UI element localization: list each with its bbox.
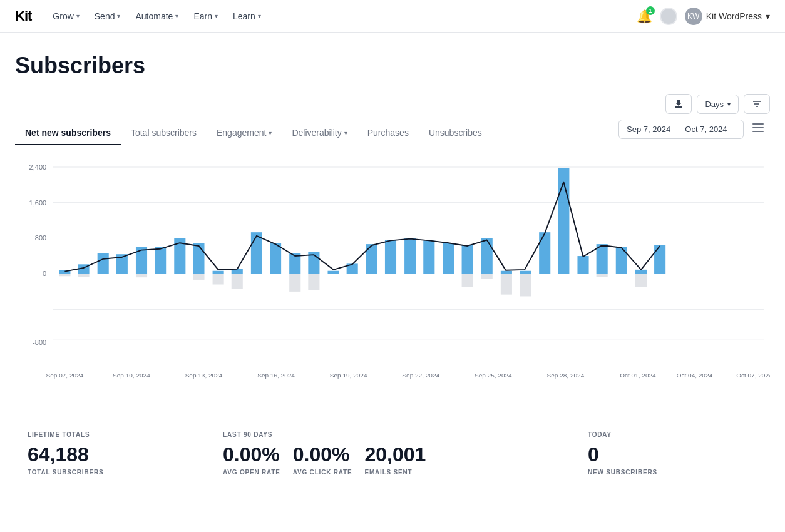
today-label: TODAY <box>588 431 757 438</box>
chevron-down-icon: ▾ <box>269 130 272 136</box>
svg-text:Sep 16, 2024: Sep 16, 2024 <box>257 372 295 379</box>
chevron-down-icon: ▾ <box>215 13 218 19</box>
date-range-picker[interactable]: Sep 7, 2024 – Oct 7, 2024 <box>618 120 744 139</box>
svg-rect-46 <box>423 240 434 274</box>
filter-button[interactable] <box>744 94 770 114</box>
svg-rect-0 <box>675 106 682 108</box>
chevron-down-icon: ▾ <box>258 13 261 19</box>
svg-rect-5 <box>752 127 764 128</box>
svg-rect-58 <box>577 256 588 274</box>
svg-text:800: 800 <box>35 235 46 242</box>
chevron-down-icon: ▾ <box>175 13 178 19</box>
status-circle <box>660 8 677 25</box>
avg-click-rate-sub: AVG CLICK RATE <box>293 469 352 476</box>
svg-text:0: 0 <box>43 270 46 278</box>
user-menu[interactable]: KW Kit WordPress ▾ <box>685 8 770 25</box>
svg-text:1,600: 1,600 <box>29 199 47 207</box>
svg-rect-4 <box>752 123 764 125</box>
svg-rect-63 <box>635 274 647 287</box>
subscribers-chart: 2,400 1,600 800 0 -800 <box>15 155 770 406</box>
stat-lifetime-totals: LIFETIME TOTALS 64,188 TOTAL SUBSCRIBERS <box>15 416 210 491</box>
nav-send[interactable]: Send ▾ <box>88 8 127 25</box>
stat-open-rate: 0.00% AVG OPEN RATE <box>223 443 280 476</box>
svg-text:Oct 07, 2024: Oct 07, 2024 <box>736 372 770 379</box>
svg-rect-6 <box>752 131 764 132</box>
svg-text:2,400: 2,400 <box>29 163 47 171</box>
svg-rect-30 <box>193 274 204 279</box>
svg-rect-54 <box>520 271 531 274</box>
svg-rect-60 <box>597 274 608 277</box>
tab-purchases[interactable]: Purchases <box>357 121 419 145</box>
svg-rect-35 <box>251 232 262 274</box>
last-90-days-label: LAST 90 DAYS <box>223 431 562 438</box>
svg-text:Sep 25, 2024: Sep 25, 2024 <box>475 372 512 379</box>
today-new-value: 0 <box>588 443 757 466</box>
tab-unsubscribes[interactable]: Unsubscribes <box>419 121 492 145</box>
user-name: Kit WordPress <box>706 11 762 21</box>
nav-automate[interactable]: Automate ▾ <box>129 8 185 25</box>
nav-learn[interactable]: Learn ▾ <box>227 8 267 25</box>
page-title: Subscribers <box>15 53 770 79</box>
svg-rect-62 <box>635 270 647 274</box>
date-start: Sep 7, 2024 <box>627 125 670 134</box>
svg-rect-34 <box>232 274 243 289</box>
svg-rect-50 <box>481 238 493 274</box>
tab-net-new-subscribers[interactable]: Net new subscribers <box>15 121 121 145</box>
nav-items: Grow ▾ Send ▾ Automate ▾ Earn ▾ Learn ▾ <box>46 8 631 25</box>
svg-text:-800: -800 <box>33 339 46 346</box>
avg-open-rate-sub: AVG OPEN RATE <box>223 469 280 476</box>
emails-sent-sub: EMAILS SENT <box>364 469 426 476</box>
avatar: KW <box>685 8 702 25</box>
download-button[interactable] <box>665 94 692 114</box>
chevron-down-icon: ▾ <box>727 101 731 108</box>
svg-rect-45 <box>404 238 416 274</box>
days-dropdown[interactable]: Days ▾ <box>697 95 739 114</box>
download-icon <box>674 99 684 109</box>
svg-rect-29 <box>193 243 204 274</box>
svg-rect-53 <box>501 274 512 294</box>
filter-icon <box>752 99 762 109</box>
navbar: Kit Grow ▾ Send ▾ Automate ▾ Earn ▾ Lear… <box>0 0 785 33</box>
lifetime-total-sub: TOTAL SUBSCRIBERS <box>28 469 197 476</box>
date-options-button[interactable] <box>746 119 770 139</box>
chevron-down-icon: ▾ <box>766 11 770 21</box>
svg-rect-36 <box>270 243 281 274</box>
page-content: Subscribers Days ▾ Net new subscribers T… <box>0 33 785 491</box>
chart-svg: 2,400 1,600 800 0 -800 <box>15 155 770 381</box>
logo[interactable]: Kit <box>15 8 31 24</box>
svg-rect-52 <box>501 271 512 274</box>
nav-grow[interactable]: Grow ▾ <box>46 8 85 25</box>
chevron-down-icon: ▾ <box>117 13 120 19</box>
tabs-bar: Net new subscribers Total subscribers En… <box>15 119 770 145</box>
svg-text:Oct 04, 2024: Oct 04, 2024 <box>677 372 713 379</box>
svg-rect-47 <box>443 243 454 274</box>
chart-toolbar: Days ▾ <box>15 94 770 114</box>
svg-rect-20 <box>59 274 70 276</box>
svg-text:Sep 13, 2024: Sep 13, 2024 <box>185 372 223 379</box>
emails-sent-value: 20,001 <box>364 443 426 466</box>
lifetime-total-value: 64,188 <box>28 443 197 466</box>
svg-rect-32 <box>213 274 224 284</box>
date-range-row: Sep 7, 2024 – Oct 7, 2024 <box>618 119 770 145</box>
svg-rect-41 <box>327 271 339 274</box>
svg-rect-40 <box>308 274 319 290</box>
tab-engagement[interactable]: Engagement ▾ <box>207 121 282 145</box>
chevron-down-icon: ▾ <box>344 130 347 136</box>
notification-badge: 1 <box>646 6 655 15</box>
stats-row: LIFETIME TOTALS 64,188 TOTAL SUBSCRIBERS… <box>15 416 770 491</box>
lines-icon <box>752 123 764 132</box>
avg-open-rate-value: 0.00% <box>223 443 280 466</box>
nav-earn[interactable]: Earn ▾ <box>187 8 224 25</box>
chevron-down-icon: ▾ <box>76 13 80 19</box>
lifetime-totals-label: LIFETIME TOTALS <box>28 431 197 438</box>
tab-deliverability[interactable]: Deliverability ▾ <box>282 121 357 145</box>
svg-text:Oct 01, 2024: Oct 01, 2024 <box>620 372 656 379</box>
svg-rect-38 <box>289 274 300 291</box>
svg-rect-49 <box>462 274 473 287</box>
notification-bell[interactable]: 🔔 1 <box>637 9 652 24</box>
stat-click-rate: 0.00% AVG CLICK RATE <box>293 443 352 476</box>
svg-rect-23 <box>98 253 109 274</box>
avg-click-rate-value: 0.00% <box>293 443 352 466</box>
tab-total-subscribers[interactable]: Total subscribers <box>121 121 207 145</box>
svg-rect-56 <box>539 232 550 274</box>
